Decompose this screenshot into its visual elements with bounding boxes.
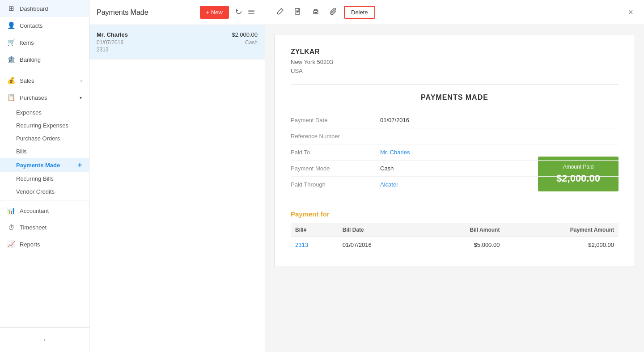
sidebar-item-purchases[interactable]: 📋 Purchases ▾ [0,89,89,106]
menu-button[interactable] [245,6,258,19]
purchases-icon: 📋 [7,93,15,102]
payment-for-section: Payment for Bill# Bill Date Bill Amount … [291,210,619,253]
entry-mode: Cash [245,39,258,46]
entry-name: Mr. Charles [97,31,128,38]
entry-amount: $2,000.00 [232,31,258,38]
attach-button[interactable] [326,5,341,20]
table-body: 2313 01/07/2016 $5,000.00 $2,000.00 [291,237,619,253]
col-bill-amount: Bill Amount [420,223,504,237]
sub-item-label: Vendor Credits [16,188,55,195]
sidebar-item-timesheet[interactable]: ⏱ Timesheet [0,219,89,236]
sidebar-sub-item-bills[interactable]: Bills [16,145,89,158]
payment-fields: Payment Date 01/07/2016 Reference Number… [291,112,619,192]
pdf-button[interactable] [290,5,305,20]
sidebar-item-label: Items [20,39,34,46]
sub-item-label: Expenses [16,109,42,116]
paid-to-label: Paid To [291,149,380,156]
paid-to-row: Paid To Mr. Charles [291,144,619,161]
items-icon: 🛒 [7,38,15,47]
sidebar-item-contacts[interactable]: 👤 Contacts [0,17,89,34]
svg-point-6 [317,11,318,11]
row-bill-date: 01/07/2016 [338,237,420,253]
refresh-button[interactable] [233,6,245,19]
row-bill[interactable]: 2313 [291,237,338,253]
list-items: Mr. Charles $2,000.00 01/07/2016 Cash 23… [89,25,265,352]
menu-icon [248,8,255,15]
list-entry-row1: Mr. Charles $2,000.00 [97,31,258,38]
new-button[interactable]: + New [200,6,229,19]
sidebar-sub-item-recurring-bills[interactable]: Recurring Bills [16,172,89,185]
accountant-icon: 📊 [7,207,15,215]
sidebar-sub-item-payments-made[interactable]: Payments Made + [0,158,89,172]
sidebar-item-label: Banking [20,56,41,63]
paid-to-value[interactable]: Mr. Charles [380,149,619,156]
sidebar-item-reports[interactable]: 📈 Reports [0,236,89,253]
sidebar-sub-item-purchase-orders[interactable]: Purchase Orders [16,132,89,145]
sidebar-sub-item-recurring-expenses[interactable]: Recurring Expenses [16,119,89,132]
reports-icon: 📈 [7,240,15,248]
print-icon [312,8,319,15]
sidebar-item-label: Dashboard [20,5,48,12]
sidebar-item-label: Reports [20,241,40,248]
edit-button[interactable] [272,5,288,20]
sub-item-label: Payments Made [16,162,60,169]
payment-details-area: Payment Date 01/07/2016 Reference Number… [291,112,619,192]
svg-rect-0 [248,10,254,11]
list-panel-title: Payments Made [97,8,200,17]
list-panel: Payments Made + New Mr. Charles $2,000.0… [89,0,265,352]
company-city: New York 50203 [291,58,619,67]
paid-through-label: Paid Through [291,181,380,188]
doc-title: PAYMENTS MADE [291,93,619,102]
delete-button[interactable]: Delete [344,6,375,19]
sidebar-collapse-btn[interactable]: ‹ [0,332,89,348]
col-bill-date: Bill Date [338,223,420,237]
sidebar-sub-item-vendor-credits[interactable]: Vendor Credits [16,185,89,198]
sidebar-item-accountant[interactable]: 📊 Accountant [0,202,89,219]
payment-date-row: Payment Date 01/07/2016 [291,112,619,128]
payment-date-value: 01/07/2016 [380,117,619,123]
detail-toolbar: Delete × [265,0,644,25]
sidebar: ⊞ Dashboard 👤 Contacts 🛒 Items 🏦 Banking… [0,0,89,352]
detail-panel: Delete × ZYLKAR New York 50203 USA PAYME… [265,0,644,352]
pdf-icon [294,8,301,15]
detail-content: ZYLKAR New York 50203 USA PAYMENTS MADE … [265,25,644,352]
attach-icon [330,8,337,15]
add-payment-icon[interactable]: + [78,161,82,169]
sidebar-item-sales[interactable]: 💰 Sales › [0,72,89,89]
dashboard-icon: ⊞ [7,4,15,13]
sidebar-item-label: Purchases [20,94,47,101]
paid-through-row: Paid Through Alcatel [291,177,619,192]
svg-rect-5 [314,12,317,13]
payment-mode-label: Payment Mode [291,165,380,172]
sidebar-item-label: Timesheet [20,224,47,231]
row-payment-amount: $2,000.00 [504,237,619,253]
detail-card: ZYLKAR New York 50203 USA PAYMENTS MADE … [274,34,635,267]
sub-item-label: Recurring Expenses [16,122,68,129]
table-head: Bill# Bill Date Bill Amount Payment Amou… [291,223,619,237]
sidebar-item-items[interactable]: 🛒 Items [0,34,89,51]
company-name: ZYLKAR [291,48,619,56]
company-info: ZYLKAR New York 50203 USA [291,48,619,75]
sales-icon: 💰 [7,76,15,85]
sidebar-item-dashboard[interactable]: ⊞ Dashboard [0,0,89,17]
sub-item-label: Purchase Orders [16,135,60,142]
entry-ref: 2313 [97,47,109,53]
list-item[interactable]: Mr. Charles $2,000.00 01/07/2016 Cash 23… [89,25,265,59]
sidebar-item-banking[interactable]: 🏦 Banking [0,51,89,68]
print-button[interactable] [308,5,323,20]
edit-icon [276,8,284,15]
purchases-arrow: ▾ [80,95,82,100]
paid-through-value[interactable]: Alcatel [380,181,619,188]
banking-icon: 🏦 [7,55,15,64]
payment-for-table: Bill# Bill Date Bill Amount Payment Amou… [291,223,619,253]
sub-item-label: Bills [16,148,27,155]
sidebar-item-label: Accountant [20,208,49,214]
svg-rect-2 [248,13,254,14]
sidebar-sub-item-expenses[interactable]: Expenses [16,106,89,119]
row-bill-amount: $5,000.00 [420,237,504,253]
list-entry-row2: 01/07/2016 Cash [97,39,258,46]
sales-arrow: › [80,78,82,83]
col-bill: Bill# [291,223,338,237]
divider-1 [291,84,619,85]
close-button[interactable]: × [624,5,637,19]
